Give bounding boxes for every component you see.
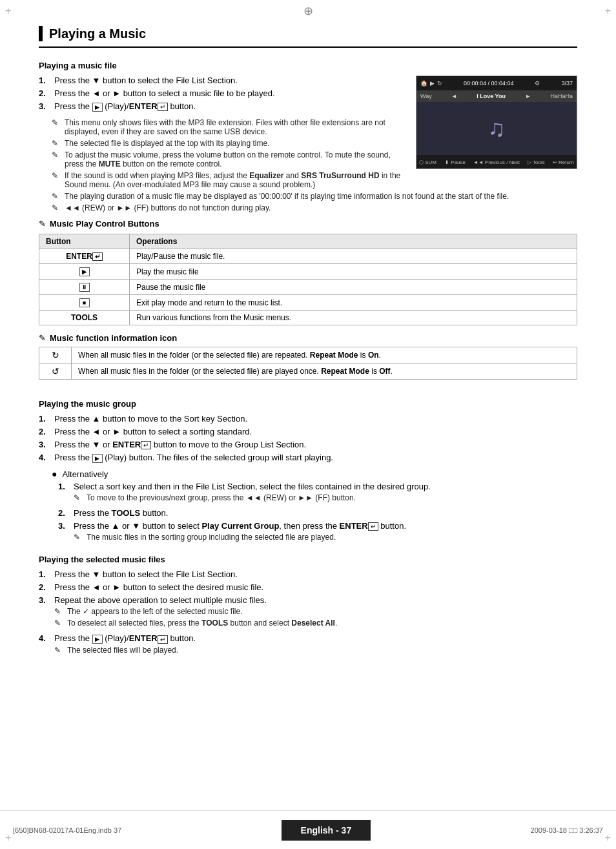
note-icon-1: ✎ [52,118,62,136]
sel-step-4-num: 4. [39,633,52,657]
alternatively-label: Alternatively [62,469,108,479]
note-sym-func: ✎ [39,333,46,343]
pause-icon-cell: ⏸ [79,283,90,292]
enter-icon: ↵ [158,103,168,111]
step-1-text: Press the ▼ button to select the File Li… [54,76,238,85]
col-operations: Operations [130,234,577,249]
note-icon-3: ✎ [52,150,62,169]
player-prev-next-label: ◄◄ Previous / Next [473,159,520,165]
sel-step-3-num: 3. [39,595,52,630]
btn-tools: TOOLS [39,311,130,325]
music-play-control-title: Music Play Control Buttons [50,219,159,229]
op-tools: Run various functions from the Music men… [130,311,577,325]
music-func-icon-header: ✎ Music function information icon [39,333,577,343]
playing-music-group-section: Playing the music group 1. Press the ▲ b… [39,399,577,544]
op-stop: Exit play mode and return to the music l… [130,295,577,311]
sel-note-3a: ✎ The ✓ appears to the left of the selec… [54,607,337,616]
step-3-num: 3. [39,101,52,112]
player-home-icon: 🏠 [420,80,427,87]
page-title-section: Playing a Music [39,26,577,48]
player-bottom-bar: ⬡ SUM ⏸ Pause ◄◄ Previous / Next ▷ Tools… [416,155,577,169]
alt-step-2-text: Press the TOOLS button. [74,508,168,518]
table-row: ENTER↵ Play/Pause the music file. [39,249,577,264]
sel-note-icon-4: ✎ [54,646,65,655]
step-2-num: 2. [39,88,52,98]
player-prev-track: Way [420,93,432,99]
group-step-4-num: 4. [39,453,52,463]
music-func-icon-title: Music function information icon [50,333,177,343]
alt-note-1: ✎ To move to the previous/next group, pr… [74,493,431,502]
music-play-control-header: ✎ Music Play Control Buttons [39,219,577,229]
col-button: Button [39,234,130,249]
note-icon-4: ✎ [52,171,62,189]
info-row-1: ↻ When all music files in the folder (or… [39,347,577,363]
group-step-2-text: Press the ◄ or ► button to select a sort… [54,427,252,436]
alt-step-1-text: Select a sort key and then in the File L… [74,482,431,491]
group-step-2-num: 2. [39,427,52,436]
sel-step-2: 2. Press the ◄ or ► button to select the… [39,582,577,592]
bullet-dot: ● [52,469,57,478]
note-text-1: This menu only shows files with the MP3 … [65,118,403,136]
repeat-all-icon: ↻ [52,350,59,360]
note-sym-control: ✎ [39,219,46,229]
music-function-icon-table: ↻ When all music files in the folder (or… [39,347,577,380]
player-top-left-icons: 🏠 ▶ ↻ [420,80,442,87]
section-header-playing-music-file: Playing a music file [39,61,577,70]
player-screen: 🏠 ▶ ↻ 00:00:04 / 00:04:04 ⚙ 3/37 Way ◄ I… [416,76,577,169]
alt-step-3: 3. Press the ▲ or ▼ button to select Pla… [58,521,577,544]
playing-selected-section: Playing the selected music files 1. Pres… [39,555,577,657]
note-5: ✎ The playing duration of a music file m… [39,192,577,201]
page-footer: [650]BN68-02017A-01Eng.indb 37 English -… [0,810,616,849]
alt-step-3-content: Press the ▲ or ▼ button to select Play C… [74,521,406,544]
enter-btn-alt3: ↵ [368,522,378,531]
info-text-1: When all music files in the folder (or t… [72,347,577,363]
player-top-bar: 🏠 ▶ ↻ 00:00:04 / 00:04:04 ⚙ 3/37 [416,76,577,90]
icon-repeat-one: ↺ [39,363,72,380]
note-4: ✎ If the sound is odd when playing MP3 f… [39,171,403,189]
sel-note-icon-3b: ✎ [54,619,65,628]
alternatively-item: ● Alternatively [52,469,577,479]
alt-step-1-content: Select a sort key and then in the File L… [74,482,431,505]
page-title: Playing a Music [49,26,146,41]
info-row-2: ↺ When all music files in the folder (or… [39,363,577,380]
sel-step-3: 3. Repeat the above operation to select … [39,595,577,630]
sel-step-3-text: Repeat the above operation to select mul… [54,595,267,605]
player-tools-label: ▷ Tools [528,159,545,165]
alt-step-1-num: 1. [58,482,71,505]
step-3-text: Press the ▶ (Play)/ENTER↵ button. [54,101,196,112]
sel-step-1-text: Press the ▼ button to select the File Li… [54,569,238,579]
op-enter: Play/Pause the music file. [130,249,577,264]
sel-step-4-text: Press the ▶ (Play)/ENTER↵ button. [54,633,196,643]
player-prev-arrow: ◄ [451,93,457,99]
note-3: ✎ To adjust the music volume, press the … [39,150,403,169]
op-pause: Pause the music file [130,280,577,295]
language-badge: English - 37 [282,820,371,841]
player-time-display: 00:00:04 / 00:04:04 [464,80,514,87]
sel-step-2-text: Press the ◄ or ► button to select the de… [54,582,263,592]
group-step-4-text: Press the ▶ (Play) button. The files of … [54,453,333,463]
btn-pause: ⏸ [39,280,130,295]
stop-icon-cell: ■ [79,298,90,307]
alt-note-icon-1: ✎ [74,493,84,502]
player-next-arrow: ► [525,93,531,99]
sel-step-4: 4. Press the ▶ (Play)/ENTER↵ button. ✎ T… [39,633,577,657]
table-row: ▶ Play the music file [39,264,577,280]
player-return-label: ↩ Return [553,159,574,165]
sel-step-3-content: Repeat the above operation to select mul… [54,595,337,630]
note-text-3: To adjust the music volume, press the vo… [65,150,403,169]
note-1: ✎ This menu only shows files with the MP… [39,118,403,136]
alt-note-text-1: To move to the previous/next group, pres… [87,493,431,502]
section-header-selected: Playing the selected music files [39,555,577,564]
sel-note-icon-3a: ✎ [54,607,65,616]
btn-stop: ■ [39,295,130,311]
player-track-bar: Way ◄ I Love You ► HaHaHa [416,90,577,102]
alt-steps: 1. Select a sort key and then in the Fil… [58,482,577,544]
op-play: Play the music file [130,264,577,280]
btn-enter: ENTER↵ [39,249,130,264]
step-1: 1. Press the ▼ button to select the File… [39,76,403,85]
alt-step-1: 1. Select a sort key and then in the Fil… [58,482,577,505]
table-row: ■ Exit play mode and return to the music… [39,295,577,311]
enter-btn-icon: ↵ [92,252,103,261]
step-2: 2. Press the ◄ or ► button to select a m… [39,88,403,98]
sel-note-text-3b: To deselect all selected files, press th… [67,619,337,628]
